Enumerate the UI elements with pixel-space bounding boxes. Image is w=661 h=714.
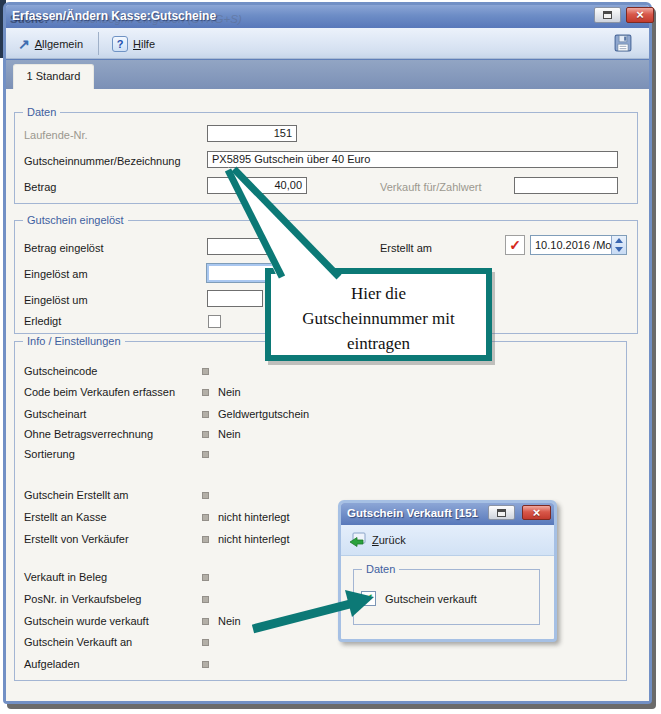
info-label: Erstellt an Kasse: [24, 511, 107, 523]
popup-toolbar: Zurück: [341, 525, 554, 556]
daten-group-legend: Daten: [23, 106, 60, 118]
bullet-icon: [202, 431, 209, 438]
bullet-icon: [202, 639, 209, 646]
info-value: nicht hinterlegt: [218, 533, 290, 545]
bullet-icon: [202, 451, 209, 458]
tab-standard[interactable]: 1 Standard: [13, 64, 94, 89]
info-label: Erstellt von Verkäufer: [24, 533, 129, 545]
back-arrow-icon: [349, 532, 366, 548]
info-row-gutscheincode: Gutscheincode: [24, 365, 624, 379]
eingeloest-am-label: Eingelöst am: [24, 268, 88, 280]
info-row-aufgeladen: Aufgeladen: [24, 658, 624, 672]
laufende-nr-label: Laufende-Nr.: [24, 129, 88, 141]
info-label: Gutschein Erstellt am: [24, 489, 129, 501]
info-label: Gutscheinart: [24, 408, 86, 420]
popup-restore-button[interactable]: [488, 505, 515, 520]
erledigt-label: Erledigt: [24, 315, 61, 327]
eingeloest-um-input[interactable]: [207, 290, 263, 307]
date-confirm-button[interactable]: ✓: [505, 235, 525, 255]
info-value: Nein: [218, 428, 241, 440]
arrow-up-right-icon: ↗: [18, 37, 30, 51]
main-toolbar: ↗ Allgemein ? Hilfe: [6, 28, 649, 59]
info-label: Aufgeladen: [24, 658, 80, 670]
gutschein-verkauft-label: Gutschein verkauft: [385, 593, 477, 605]
info-row-gutscheinart: GutscheinartGeldwertgutschein: [24, 408, 624, 422]
main-window: Suche: Hier Suchbegriff eingeben (STRG+S…: [3, 2, 652, 704]
popup-daten-legend: Daten: [362, 563, 399, 575]
eingeloest-group-legend: Gutschein eingelöst: [23, 214, 128, 226]
info-label: PosNr. in Verkaufsbeleg: [24, 593, 141, 605]
popup-title: Gutschein Verkauft [151: [347, 507, 478, 519]
bullet-icon: [202, 536, 209, 543]
date-spinner[interactable]: [611, 236, 626, 254]
info-label: Gutschein wurde verkauft: [24, 615, 149, 627]
callout-line: eintragen: [271, 331, 486, 356]
restore-button[interactable]: [594, 7, 621, 23]
betrag-eingeloest-label: Betrag eingelöst: [24, 242, 104, 254]
verkauft-fuer-input[interactable]: [514, 177, 618, 194]
allgemein-label: Allgemein: [35, 38, 83, 50]
zurueck-button[interactable]: Zurück: [349, 530, 406, 550]
bullet-icon: [202, 492, 209, 499]
window-title: Erfassen/Ändern Kasse:Gutscheine: [12, 9, 216, 23]
bullet-icon: [202, 411, 209, 418]
erstellt-am-date-input[interactable]: 10.10.2016 /Mo: [530, 235, 627, 255]
erledigt-checkbox[interactable]: [208, 315, 221, 328]
bullet-icon: [202, 574, 209, 581]
callout-line: Hier die: [271, 281, 486, 306]
popup-titlebar[interactable]: Gutschein Verkauft [151 ×: [341, 503, 554, 525]
info-value: nicht hinterlegt: [218, 511, 290, 523]
info-label: Ohne Betragsverrechnung: [24, 428, 153, 440]
info-label: Code beim Verkaufen erfassen: [24, 386, 175, 398]
betrag-label: Betrag: [24, 181, 56, 193]
bullet-icon: [202, 389, 209, 396]
info-label: Gutscheincode: [24, 365, 97, 377]
zurueck-label: Zurück: [372, 534, 406, 546]
save-floppy-icon: [614, 34, 632, 52]
tab-strip: [6, 59, 649, 89]
erstellt-am-label: Erstellt am: [380, 242, 432, 254]
bullet-icon: [202, 514, 209, 521]
verkauft-fuer-label: Verkauft für/Zahlwert: [380, 181, 482, 193]
green-check-icon: ✓: [363, 591, 374, 606]
restore-icon: [497, 509, 506, 517]
gutschein-verkauft-popup: Gutschein Verkauft [151 × Zurück Daten ✓…: [338, 500, 557, 642]
hilfe-menu-button[interactable]: ? Hilfe: [108, 34, 159, 53]
info-value: Nein: [218, 386, 241, 398]
restore-icon: [603, 11, 612, 19]
help-icon: ?: [112, 36, 128, 52]
annotation-callout: Hier die Gutscheinnummer mit eintragen: [265, 268, 492, 361]
bullet-icon: [202, 618, 209, 625]
betrag-input[interactable]: 40,00: [207, 177, 307, 194]
info-label: Sortierung: [24, 448, 75, 460]
erstellt-am-value: 10.10.2016 /Mo: [535, 239, 611, 251]
eingeloest-um-label: Eingelöst um: [24, 294, 88, 306]
bullet-icon: [202, 596, 209, 603]
info-row-sortierung: Sortierung: [24, 448, 624, 462]
gutschein-verkauft-checkbox[interactable]: ✓: [361, 591, 376, 606]
close-button[interactable]: ×: [626, 7, 654, 23]
gutscheinnummer-label: Gutscheinnummer/Bezeichnung: [24, 155, 181, 167]
bullet-icon: [202, 661, 209, 668]
hilfe-label: Hilfe: [133, 38, 155, 50]
close-icon: ×: [636, 7, 644, 22]
allgemein-menu-button[interactable]: ↗ Allgemein: [14, 34, 87, 53]
info-label: Gutschein Verkauft an: [24, 636, 132, 648]
popup-close-button[interactable]: ×: [522, 505, 551, 520]
bullet-icon: [202, 368, 209, 375]
close-icon: ×: [533, 505, 541, 520]
red-check-icon: ✓: [509, 237, 521, 253]
info-row-betragsverrechnung: Ohne BetragsverrechnungNein: [24, 428, 624, 442]
gutscheinnummer-input[interactable]: PX5895 Gutschein über 40 Euro: [207, 151, 618, 168]
laufende-nr-input[interactable]: 151: [207, 125, 297, 142]
main-titlebar[interactable]: Suche: Hier Suchbegriff eingeben (STRG+S…: [6, 5, 649, 28]
callout-line: Gutscheinnummer mit: [271, 306, 486, 331]
toolbar-separator: [98, 32, 99, 55]
betrag-eingeloest-input[interactable]: [207, 238, 301, 255]
info-value: Nein: [218, 615, 241, 627]
info-group-legend: Info / Einstellungen: [23, 335, 125, 347]
info-label: Verkauft in Beleg: [24, 571, 107, 583]
save-button[interactable]: [614, 34, 634, 54]
info-value: Geldwertgutschein: [218, 408, 309, 420]
info-row-code-erfassen: Code beim Verkaufen erfassenNein: [24, 386, 624, 400]
